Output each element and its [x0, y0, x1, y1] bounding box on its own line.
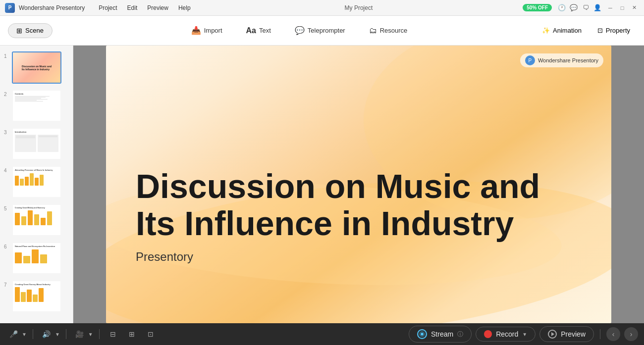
mic-button[interactable]: 🎤: [6, 327, 21, 342]
slide-thumbnail-7[interactable]: Creating Great Survey About Industry: [12, 280, 61, 312]
resource-label: Resource: [380, 27, 408, 34]
preview-label: Preview: [561, 330, 586, 338]
toolbar: ⊞ Scene 📥 Import Aa Text 💬 Teleprompter …: [0, 16, 644, 46]
resource-icon: 🗂: [369, 26, 377, 35]
mic-caret[interactable]: ▼: [22, 332, 27, 337]
window-title: My Project: [195, 4, 523, 11]
menu-bar: Project Edit Preview Help: [95, 3, 194, 12]
slide4-title: Attending Presence of Music In Industry: [15, 169, 58, 171]
message-icon: 💬: [570, 4, 578, 12]
titlebar-icons: 🕐 💬 🗨 👤: [558, 4, 601, 12]
stream-label: Stream: [431, 330, 453, 338]
titlebar: P Wondershare Presentory Project Edit Pr…: [0, 0, 644, 16]
animation-button[interactable]: ✨ Animation: [536, 24, 588, 37]
slide5-title: Creating Great Melody and Harmony: [15, 207, 58, 209]
animation-icon: ✨: [542, 27, 550, 34]
record-label: Record: [496, 330, 518, 338]
slide-number-6: 6: [4, 244, 10, 249]
property-button[interactable]: ⊡ Property: [591, 24, 636, 37]
slide-canvas[interactable]: P Wondershare Presentory Discussion on M…: [106, 46, 611, 323]
window-controls: ─ □ ✕: [605, 3, 639, 13]
volume-button[interactable]: 🔊: [39, 327, 54, 342]
layout-button-3[interactable]: ⊡: [143, 327, 158, 342]
slide-thumbnail-5[interactable]: Creating Great Melody and Harmony: [12, 204, 61, 236]
slide-number-2: 2: [4, 92, 10, 97]
animation-label: Animation: [553, 27, 582, 34]
slide-item-2[interactable]: 2 Contents: [0, 88, 73, 124]
app-logo: P: [5, 3, 15, 13]
text-tool[interactable]: Aa Text: [234, 22, 283, 39]
canvas-logo-text: Wondershare Presentory: [538, 57, 598, 63]
camera-caret[interactable]: ▼: [88, 332, 93, 337]
slide-item-3[interactable]: 3 Introduction: [0, 126, 73, 162]
minimize-button[interactable]: ─: [605, 3, 615, 13]
canvas-slide-content: Discussion on Music andIts Influence in …: [136, 168, 582, 264]
layout-button-1[interactable]: ⊟: [106, 327, 120, 342]
promo-badge[interactable]: 50% OFF: [523, 4, 552, 11]
slide-item-5[interactable]: 5 Creating Great Melody and Harmony: [0, 202, 73, 238]
menu-project[interactable]: Project: [95, 3, 121, 12]
slide-item-7[interactable]: 7 Creating Great Survey About Industry: [0, 278, 73, 314]
close-button[interactable]: ✕: [629, 3, 639, 13]
resource-tool[interactable]: 🗂 Resource: [357, 22, 420, 39]
record-button[interactable]: Record ▼: [476, 327, 536, 342]
slide1-thumb-text: Discussion on Music andIts Influence in …: [22, 65, 52, 71]
prev-slide-button[interactable]: ‹: [606, 327, 620, 341]
divider-3: [99, 329, 100, 339]
slide3-title: Introduction: [15, 131, 58, 133]
camera-control: 🎥 ▼: [72, 327, 93, 342]
volume-caret[interactable]: ▼: [55, 332, 60, 337]
scene-icon: ⊞: [16, 27, 22, 35]
text-icon: Aa: [246, 26, 256, 35]
volume-control: 🔊 ▼: [39, 327, 60, 342]
slide-thumbnail-2[interactable]: Contents: [12, 90, 61, 122]
chat-icon: 🗨: [582, 4, 590, 12]
text-label: Text: [259, 27, 271, 34]
slide-panel: 1 Discussion on Music andIts Influence i…: [0, 46, 73, 323]
menu-help[interactable]: Help: [174, 3, 195, 12]
divider-4: [600, 329, 600, 339]
record-caret[interactable]: ▼: [522, 332, 527, 337]
slide-thumbnail-1[interactable]: Discussion on Music andIts Influence in …: [12, 51, 61, 84]
preview-button[interactable]: Preview: [539, 326, 594, 342]
slide-number-4: 4: [4, 168, 10, 173]
slide-item-1[interactable]: 1 Discussion on Music andIts Influence i…: [0, 49, 73, 86]
slide-item-6[interactable]: 6 Natural Place and Ecosystem Re-Inventi…: [0, 240, 73, 276]
stream-button[interactable]: Stream ⓘ: [409, 326, 472, 343]
import-tool[interactable]: 📥 Import: [179, 22, 234, 39]
menu-preview[interactable]: Preview: [143, 3, 172, 12]
user-icon: 👤: [593, 4, 601, 12]
teleprompter-tool[interactable]: 💬 Teleprompter: [283, 22, 357, 39]
slide2-title: Contents: [15, 93, 58, 95]
bottombar: 🎤 ▼ 🔊 ▼ 🎥 ▼ ⊟ ⊞ ⊡ Stream ⓘ Record ▼: [0, 323, 644, 345]
preview-play-icon: [551, 332, 554, 336]
slide6-title: Natural Place and Ecosystem Re-Invention: [15, 245, 58, 247]
layout-button-2[interactable]: ⊞: [124, 327, 139, 342]
slide-thumbnail-6[interactable]: Natural Place and Ecosystem Re-Invention: [12, 242, 61, 274]
stream-help-icon: ⓘ: [457, 330, 463, 339]
menu-edit[interactable]: Edit: [123, 3, 142, 12]
record-icon: [484, 330, 492, 338]
next-slide-button[interactable]: ›: [624, 327, 638, 341]
property-icon: ⊡: [597, 27, 603, 34]
stream-waves-svg: [418, 330, 426, 338]
slide-item-4[interactable]: 4 Attending Presence of Music In Industr…: [0, 164, 73, 200]
preview-icon: [548, 330, 557, 339]
toolbar-tools: 📥 Import Aa Text 💬 Teleprompter 🗂 Resour…: [62, 22, 536, 39]
divider-1: [33, 329, 33, 339]
slide-thumbnail-4[interactable]: Attending Presence of Music In Industry: [12, 166, 61, 198]
canvas-main-title: Discussion on Music andIts Influence in …: [136, 168, 582, 242]
clock-icon: 🕐: [558, 4, 566, 12]
slide7-title: Creating Great Survey About Industry: [15, 283, 58, 286]
svg-point-0: [421, 333, 424, 336]
camera-button[interactable]: 🎥: [72, 327, 87, 342]
toolbar-right: ✨ Animation ⊡ Property: [536, 24, 636, 37]
slide-thumbnail-3[interactable]: Introduction: [12, 128, 61, 160]
main-area: 1 Discussion on Music andIts Influence i…: [0, 46, 644, 323]
teleprompter-icon: 💬: [295, 26, 305, 35]
slide-number-1: 1: [4, 53, 10, 59]
maximize-button[interactable]: □: [617, 3, 627, 13]
scene-button[interactable]: ⊞ Scene: [8, 23, 53, 38]
import-icon: 📥: [191, 26, 201, 35]
mic-control: 🎤 ▼: [6, 327, 27, 342]
